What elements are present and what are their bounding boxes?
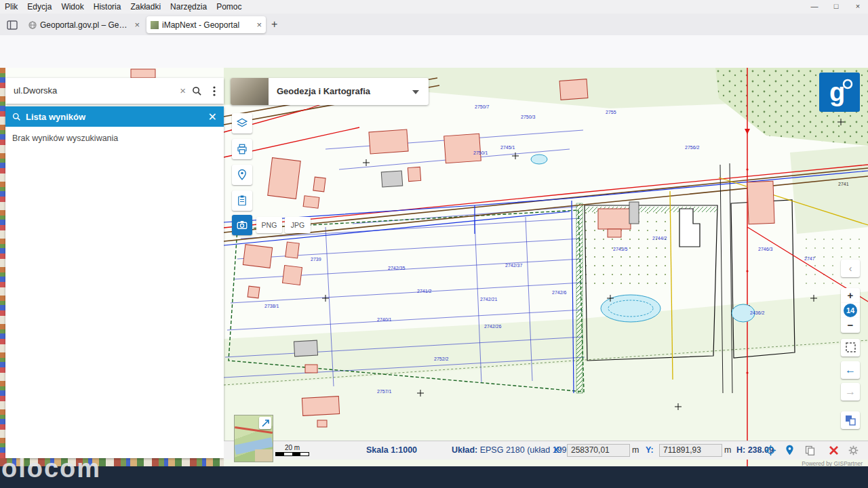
scale-bar-label: 20 m (285, 444, 300, 451)
svg-text:2742/26: 2742/26 (484, 324, 501, 329)
svg-text:2757/1: 2757/1 (377, 389, 392, 394)
clipboard-icon (236, 195, 248, 207)
center-crosshair-icon[interactable] (765, 445, 776, 456)
tab-close-icon[interactable]: × (134, 20, 140, 30)
screen: PlikEdycjaWidokHistoriaZakładkiNarzędzia… (0, 0, 868, 488)
svg-text:2750/3: 2750/3 (521, 115, 536, 119)
module-selector[interactable]: Geodezja i Kartografia (231, 78, 429, 105)
y-unit: m (724, 445, 731, 455)
menu-historia[interactable]: Historia (89, 0, 126, 14)
svg-text:2742/21: 2742/21 (480, 297, 497, 302)
svg-text:2742/35: 2742/35 (388, 266, 405, 270)
x-label: X: (553, 445, 562, 455)
module-thumbnail (231, 78, 269, 105)
search-icon[interactable] (192, 86, 202, 96)
svg-text:2739: 2739 (311, 257, 321, 262)
svg-text:2743/5: 2743/5 (613, 247, 628, 251)
tab-favicon-map-icon (151, 21, 159, 29)
extent-icon (846, 342, 856, 352)
compare-maps-button[interactable] (841, 411, 860, 429)
menu-narzedzia[interactable]: Narzędzia (165, 0, 212, 14)
export-jpg-button[interactable]: JPG (285, 217, 311, 233)
maximize-button[interactable]: □ (826, 0, 846, 13)
search-input[interactable]: ul.Dworska (14, 78, 57, 104)
svg-text:2750/7: 2750/7 (475, 104, 490, 109)
menu-plik[interactable]: Plik (0, 0, 22, 14)
tab-bar: Geoportal.gov.pl – Geoportal In... × iMa… (0, 14, 868, 35)
results-empty-message: Brak wyników wyszukiwania (5, 127, 224, 150)
watermark: olocom (1, 455, 101, 481)
tab-title: Geoportal.gov.pl – Geoportal In... (40, 20, 131, 30)
svg-text:2750/1: 2750/1 (473, 150, 488, 155)
svg-text:2741: 2741 (838, 182, 849, 186)
print-tool-button[interactable] (232, 139, 252, 159)
tab-geoportal[interactable]: Geoportal.gov.pl – Geoportal In... × (24, 16, 144, 33)
minimize-button[interactable]: — (804, 0, 825, 13)
close-button[interactable]: × (848, 0, 868, 13)
previous-view-button[interactable]: ← (841, 361, 860, 379)
tab-title: iMapNext - Geoportal (162, 20, 253, 30)
zoom-level-value: 14 (844, 304, 857, 317)
expand-minimap-button[interactable] (259, 417, 271, 429)
geoportal-logo[interactable]: g (819, 73, 860, 112)
svg-text:2755: 2755 (606, 110, 616, 115)
crs-label: Układ: (452, 445, 477, 455)
new-tab-button[interactable]: + (271, 18, 277, 30)
my-location-pin-icon[interactable] (784, 445, 795, 456)
search-options-dots-icon[interactable] (213, 86, 216, 96)
windows-taskbar: iMapNext - Geopor... Waloryzacja emerytu… (0, 466, 868, 488)
scale-bar: 20 m (275, 444, 309, 456)
svg-text:g: g (829, 78, 845, 106)
results-panel: Lista wyników ✕ Brak wyników wyszukiwani… (5, 106, 224, 458)
minimap-area (255, 449, 273, 462)
tab-close-icon[interactable]: × (256, 20, 262, 30)
results-header: Lista wyników ✕ (5, 106, 224, 127)
firefox-view-icon[interactable] (5, 18, 19, 32)
results-search-icon (12, 113, 21, 121)
menu-edycja[interactable]: Edycja (22, 0, 56, 14)
screenshot-tool-button[interactable] (232, 215, 252, 235)
results-close-icon[interactable]: ✕ (208, 110, 217, 123)
zoom-in-button[interactable]: + (841, 288, 860, 303)
svg-text:2741/2: 2741/2 (417, 289, 432, 293)
menu-zakladki[interactable]: Zakładki (125, 0, 165, 14)
tab-favicon-globe-icon (28, 21, 37, 29)
menu-pomoc[interactable]: Pomoc (212, 0, 246, 14)
layers-tool-button[interactable] (232, 113, 252, 134)
svg-text:2747: 2747 (804, 256, 815, 261)
menu-bar: PlikEdycjaWidokHistoriaZakładkiNarzędzia… (0, 0, 868, 14)
overview-minimap[interactable] (234, 415, 273, 462)
x-coordinate-field[interactable]: 258370,01 (567, 444, 630, 457)
panel-collapse-handle[interactable]: ‹ (841, 260, 860, 277)
copy-coordinates-icon[interactable] (804, 445, 816, 456)
map-status-bar: Skala 1:1000 Układ: EPSG 2180 (układ 199… (224, 441, 868, 460)
zoom-out-button[interactable]: − (841, 318, 860, 333)
module-title: Geodezja i Kartografia (277, 78, 370, 105)
camera-icon (236, 219, 248, 231)
zoom-extent-button[interactable] (841, 339, 860, 357)
expand-icon (262, 420, 269, 427)
search-panel: ul.Dworska × (5, 78, 224, 104)
close-coordinates-icon[interactable] (829, 445, 839, 455)
location-tool-button[interactable] (232, 165, 252, 185)
svg-text:2756/2: 2756/2 (685, 145, 700, 150)
next-view-button[interactable]: → (841, 383, 860, 401)
split-view-icon (845, 415, 856, 426)
settings-gear-icon[interactable] (848, 445, 859, 456)
clear-search-icon[interactable]: × (180, 78, 186, 104)
export-png-button[interactable]: PNG (256, 217, 282, 233)
chevron-down-icon[interactable] (412, 90, 419, 94)
results-title: Lista wyników (26, 112, 203, 122)
y-coordinate-field[interactable]: 711891,93 (659, 444, 722, 457)
layers-icon (236, 117, 248, 129)
svg-text:2746/3: 2746/3 (758, 247, 773, 251)
bookmarks-bar: Pierwsze kroki https://csr.onet.pl/174..… (0, 57, 868, 68)
tab-imapnext[interactable]: iMapNext - Geoportal × (146, 16, 266, 33)
scale-bar-graphic (275, 452, 309, 456)
svg-text:2752/2: 2752/2 (434, 357, 449, 361)
report-tool-button[interactable] (232, 190, 252, 211)
menu-widok[interactable]: Widok (56, 0, 88, 14)
svg-text:2740/1: 2740/1 (377, 317, 392, 322)
zoom-level-badge: 14 (841, 303, 860, 318)
y-label: Y: (646, 445, 654, 455)
